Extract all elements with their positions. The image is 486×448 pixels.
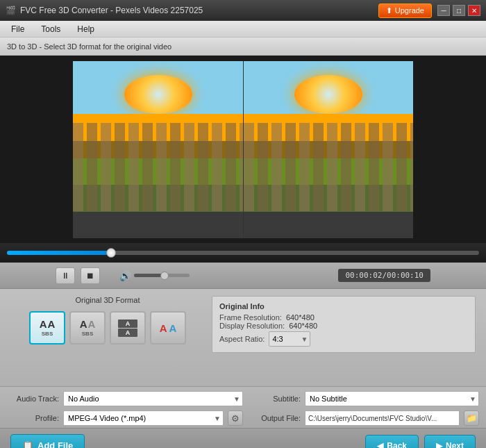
menu-tools[interactable]: Tools	[34, 23, 67, 35]
format-btn-topbottom[interactable]: A A	[110, 311, 146, 345]
controls-area: ⏸ ⏹ 🔊 00:00:02/00:00:10	[0, 263, 486, 289]
info-section: Original Info Frame Resolution: 640*480 …	[212, 296, 476, 379]
video-left	[73, 61, 243, 238]
add-file-icon: 📋	[22, 440, 33, 448]
seekbar-area	[0, 243, 486, 263]
audio-track-section: Audio Track: No Audio ▼	[7, 391, 243, 406]
maximize-button[interactable]: □	[453, 5, 465, 16]
format-label: Original 3D Format	[10, 296, 205, 304]
aspect-select-wrapper: 4:3 16:9 ▼	[269, 331, 310, 347]
volume-icon: 🔊	[119, 270, 131, 281]
titlebar-controls: ─ □ ✕	[437, 5, 480, 16]
next-button[interactable]: ▶ Next	[424, 435, 476, 449]
seekbar-fill	[7, 251, 111, 255]
audio-select[interactable]: No Audio	[63, 391, 243, 406]
profile-settings-button[interactable]: ⚙	[228, 410, 243, 426]
aspect-ratio-row: Aspect Ratio: 4:3 16:9 ▼	[219, 331, 468, 347]
volume-thumb[interactable]	[160, 272, 169, 280]
format-buttons: A A SBS A A SBS	[10, 311, 205, 345]
frame-resolution-row: Frame Resolution: 640*480	[219, 313, 468, 322]
video-area	[0, 56, 486, 243]
upgrade-button[interactable]: ⬆ Upgrade	[378, 3, 432, 18]
add-file-button[interactable]: 📋 Add File	[10, 434, 85, 448]
output-folder-button[interactable]: 📁	[464, 410, 479, 426]
app-title: FVC Free 3D Converter - Pexels Videos 22…	[20, 6, 203, 15]
volume-track[interactable]	[134, 274, 190, 277]
upgrade-icon: ⬆	[386, 6, 392, 15]
profile-output-row: Profile: MPEG-4 Video (*.mp4) ▼ ⚙ Output…	[7, 410, 479, 426]
audio-subtitle-row: Audio Track: No Audio ▼ Subtitle: No Sub…	[7, 391, 479, 406]
back-button[interactable]: ◀ Back	[365, 435, 419, 449]
output-label: Output File:	[249, 414, 301, 422]
bottom-bar: 📋 Add File ◀ Back ▶ Next	[0, 428, 486, 448]
stop-button[interactable]: ⏹	[81, 267, 100, 284]
back-icon: ◀	[377, 441, 383, 449]
status-bar: 3D to 3D - Select 3D format for the orig…	[0, 38, 486, 56]
profile-select[interactable]: MPEG-4 Video (*.mp4)	[63, 410, 224, 426]
app-logo: 🎬	[6, 6, 16, 15]
display-resolution-row: Display Resolution: 640*480	[219, 322, 468, 330]
format-btn-sbs[interactable]: A A SBS	[29, 311, 65, 345]
aspect-select[interactable]: 4:3 16:9	[269, 331, 310, 347]
volume-area: 🔊	[119, 270, 190, 281]
subtitle-label: Subtitle:	[249, 395, 301, 403]
audio-select-wrapper: No Audio ▼	[63, 391, 243, 406]
status-text: 3D to 3D - Select 3D format for the orig…	[7, 42, 171, 51]
titlebar: 🎬 FVC Free 3D Converter - Pexels Videos …	[0, 0, 486, 21]
seekbar-track[interactable]	[7, 251, 479, 255]
info-title: Original Info	[219, 302, 468, 310]
titlebar-left: 🎬 FVC Free 3D Converter - Pexels Videos …	[6, 6, 203, 15]
subtitle-section: Subtitle: No Subtitle ▼	[249, 391, 479, 406]
nav-buttons: ◀ Back ▶ Next	[365, 435, 476, 449]
video-right	[243, 61, 413, 238]
close-button[interactable]: ✕	[468, 5, 480, 16]
seekbar-thumb[interactable]	[106, 248, 116, 258]
format-section: Original 3D Format A A SBS A A	[10, 296, 205, 379]
pause-button[interactable]: ⏸	[56, 267, 75, 284]
format-btn-anaglyph[interactable]: A A	[150, 311, 186, 345]
menu-file[interactable]: File	[4, 23, 31, 35]
output-section: Output File: C:\Users\jerry\Documents\FV…	[249, 410, 479, 426]
track-area: Audio Track: No Audio ▼ Subtitle: No Sub…	[0, 386, 486, 428]
menubar: File Tools Help	[0, 21, 486, 38]
menu-help[interactable]: Help	[70, 23, 101, 35]
format-btn-sbs2[interactable]: A A SBS	[69, 311, 106, 345]
video-frame	[73, 61, 413, 238]
subtitle-select-wrapper: No Subtitle ▼	[305, 391, 479, 406]
subtitle-select[interactable]: No Subtitle	[305, 391, 479, 406]
settings-area: Original 3D Format A A SBS A A	[0, 289, 486, 386]
output-path: C:\Users\jerry\Documents\FVC Studio\V...	[305, 410, 460, 426]
profile-section: Profile: MPEG-4 Video (*.mp4) ▼ ⚙	[7, 410, 243, 426]
audio-label: Audio Track:	[7, 395, 59, 403]
next-icon: ▶	[436, 441, 442, 449]
minimize-button[interactable]: ─	[437, 5, 450, 16]
time-display: 00:00:02/00:00:10	[338, 269, 430, 282]
profile-select-wrapper: MPEG-4 Video (*.mp4) ▼	[63, 410, 224, 426]
profile-label: Profile:	[7, 414, 59, 422]
info-box: Original Info Frame Resolution: 640*480 …	[212, 296, 476, 353]
